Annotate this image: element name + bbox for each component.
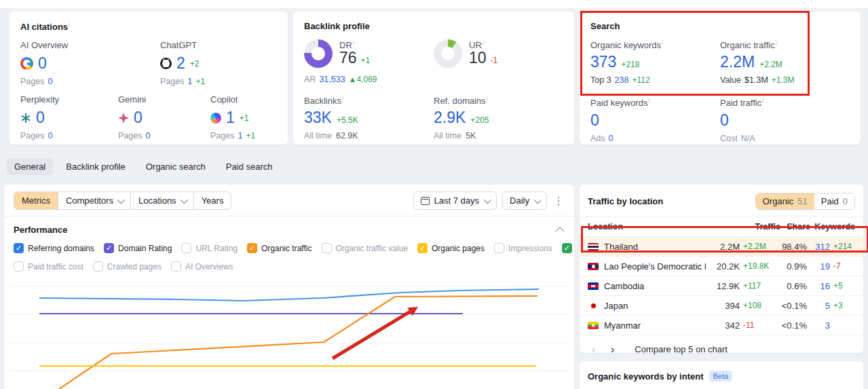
more-options-menu[interactable] — [552, 195, 565, 207]
performance-chart-card: Metrics Competitors Locations Years Last… — [4, 185, 574, 389]
chart-toolbar: Metrics Competitors Locations Years Last… — [4, 185, 574, 216]
info-icon[interactable]: i — [353, 39, 354, 46]
table-row-laos[interactable]: Lao People's Democratic Reput 20.2K +19.… — [580, 257, 863, 276]
section-tabs: General Backlink profile Organic search … — [7, 157, 280, 176]
gemini-icon — [118, 113, 129, 124]
info-icon[interactable]: i — [662, 39, 663, 46]
chevron-down-icon — [534, 196, 542, 203]
checkbox-icon — [247, 243, 257, 253]
card-title: Traffic by location — [588, 196, 663, 206]
backlinks-stat: Backlinksi 33K+5.5K All time62.9K — [304, 95, 434, 141]
google-icon — [20, 57, 33, 70]
checkbox-impressions[interactable]: Impressions — [494, 243, 552, 253]
chevron-down-icon — [180, 196, 187, 203]
compare-top5-button[interactable]: Compare top 5 on chart — [635, 344, 728, 354]
table-row-thailand[interactable]: Thailand 2.2M +2.2M 98.4% 312 +214 — [580, 237, 863, 257]
performance-heading: Performance — [14, 225, 67, 235]
pagination-next-icon[interactable] — [607, 344, 619, 355]
checkbox-domain-rating[interactable]: Domain Rating — [104, 243, 172, 253]
checkbox-icon — [104, 243, 114, 253]
locations-segment[interactable]: Locations — [131, 192, 194, 209]
beta-badge: Beta — [709, 371, 733, 382]
checkbox-url-rating[interactable]: URL Rating — [181, 243, 238, 253]
chatgpt-stat: ChatGPT 2+2 Pages1+1 — [160, 40, 205, 86]
ur-donut-chart — [434, 39, 462, 68]
backlink-profile-card: Backlink profile DRi 76+1 AR31,533▲4,069… — [293, 12, 574, 145]
copilot-icon — [210, 113, 221, 124]
competitors-segment[interactable]: Competitors — [58, 192, 131, 209]
japan-flag-icon — [588, 302, 599, 310]
url-rating-stat: URi 10-1 — [434, 39, 563, 84]
info-icon[interactable]: i — [762, 97, 763, 104]
checkbox-organic-traffic-value[interactable]: Organic traffic value — [322, 243, 409, 253]
domain-rating-stat: DRi 76+1 AR31,533▲4,069 — [304, 39, 434, 84]
info-icon[interactable]: i — [487, 95, 488, 102]
perplexity-icon — [20, 113, 31, 124]
table-row-myanmar[interactable]: Myanmar 342 -11 <0.1% 3 — [580, 316, 863, 335]
info-icon[interactable]: i — [776, 39, 777, 46]
performance-line-chart[interactable] — [4, 268, 574, 389]
checkbox-organic-pages[interactable]: Organic pages — [417, 243, 485, 253]
metric-checkbox-row-1: Referring domains Domain Rating URL Rati… — [4, 235, 574, 253]
chevron-down-icon — [117, 196, 125, 203]
chatgpt-icon — [160, 58, 172, 69]
cambodia-flag-icon — [588, 282, 599, 290]
organic-keywords-stat: Organic keywordsi 373+218 Top 3238+112 — [590, 39, 720, 85]
tab-paid-search[interactable]: Paid search — [219, 158, 280, 175]
organic-paid-toggle: Organic51 Paid0 — [755, 193, 855, 210]
checkbox-icon — [417, 243, 428, 253]
table-row-cambodia[interactable]: Cambodia 12.9K +117 0.6% 16 +5 — [580, 276, 863, 296]
date-range-dropdown[interactable]: Last 7 days — [413, 191, 497, 210]
years-segment[interactable]: Years — [194, 192, 231, 209]
thailand-flag-icon — [588, 243, 599, 251]
perplexity-stat: Perplexity 0 Pages0 — [20, 94, 118, 141]
calendar-icon — [421, 197, 430, 205]
organic-traffic-stat: Organic traffici 2.2M+2.2M Value$1.3M+1.… — [720, 39, 850, 85]
myanmar-flag-icon — [588, 322, 599, 329]
ref-domains-stat: Ref. domainsi 2.9K+205 All time5K — [434, 95, 563, 141]
info-icon[interactable]: i — [483, 39, 484, 46]
traffic-by-location-card: Traffic by location Organic51 Paid0 Loca… — [580, 185, 863, 353]
metric-mode-segmented-control: Metrics Competitors Locations Years — [14, 191, 231, 210]
tab-backlink-profile[interactable]: Backlink profile — [58, 158, 132, 175]
tab-general[interactable]: General — [7, 158, 53, 175]
gemini-stat: Gemini 0 Pages0 — [118, 94, 210, 141]
laos-flag-icon — [588, 263, 599, 270]
checkbox-icon — [494, 243, 504, 253]
info-icon[interactable]: i — [342, 95, 343, 102]
info-icon[interactable]: i — [69, 21, 70, 28]
checkbox-paid-traffic[interactable]: Paid traffic — [562, 243, 574, 253]
pagination-prev-icon[interactable] — [588, 344, 600, 355]
organic-keywords-by-intent-card: Organic keywords by intent Beta — [580, 361, 863, 389]
checkbox-organic-traffic[interactable]: Organic traffic — [247, 243, 312, 253]
info-icon[interactable]: i — [649, 97, 650, 104]
card-title: Backlink profile — [304, 21, 563, 31]
checkbox-icon — [14, 243, 24, 253]
card-title: Organic keywords by intent — [588, 371, 704, 382]
tab-organic-search[interactable]: Organic search — [138, 158, 213, 175]
ai-overview-stat: AI Overview 0 Pages0 — [20, 40, 160, 86]
granularity-dropdown[interactable]: Daily — [502, 191, 547, 210]
checkbox-icon — [181, 243, 191, 253]
checkbox-referring-domains[interactable]: Referring domains — [14, 243, 94, 253]
dr-donut-chart — [304, 39, 333, 68]
card-title: Search — [590, 21, 850, 31]
ahrefs-rank: AR31,533▲4,069 — [304, 75, 434, 84]
ai-citations-card: AI citationsi AI Overview 0 Pages0 ChatG… — [10, 12, 288, 145]
copilot-stat: Copilot 1+1 Pages1+1 — [210, 94, 255, 141]
paid-keywords-stat: Paid keywordsi 0 Ads0 — [590, 97, 720, 143]
table-header-row: Location Traffic Share Keywords — [580, 217, 863, 237]
paid-traffic-stat: Paid traffici 0 CostN/A — [720, 97, 850, 143]
card-title: AI citationsi — [20, 21, 277, 32]
chevron-down-icon — [484, 196, 491, 203]
checkbox-icon — [322, 243, 332, 253]
checkbox-icon — [562, 243, 572, 253]
organic-toggle-button[interactable]: Organic51 — [756, 193, 814, 209]
table-row-japan[interactable]: Japan 394 +108 <0.1% 5 +3 — [580, 296, 863, 316]
paid-toggle-button[interactable]: Paid0 — [814, 193, 854, 209]
metrics-segment[interactable]: Metrics — [14, 192, 58, 209]
search-card: Search Organic keywordsi 373+218 Top 323… — [580, 12, 861, 145]
top-white-strip — [0, 0, 868, 8]
